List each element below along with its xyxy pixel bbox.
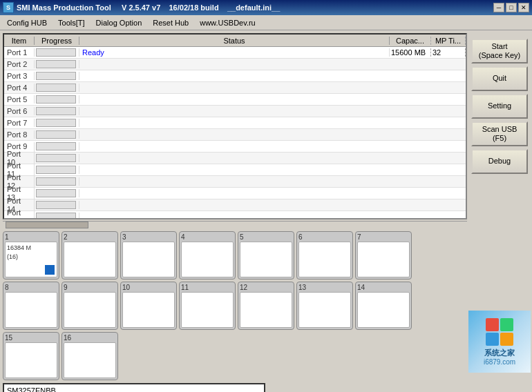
menu-dialog-option[interactable]: Dialog Option [91, 16, 148, 30]
col-capacity: Capac... [390, 37, 431, 45]
td-status: Ready [79, 48, 390, 57]
td-progress [35, 119, 79, 127]
port-card: 13 [296, 282, 353, 330]
td-capacity: 15600 MB [390, 48, 431, 57]
port-card: 14 [355, 282, 412, 330]
main-area: Item Progress Status Capac... MP Ti... P… [0, 30, 532, 392]
port-card: 10 [120, 282, 177, 330]
td-progress [35, 189, 79, 197]
port-card: 12 [238, 282, 294, 330]
debug-button[interactable]: Debug [471, 149, 528, 174]
port-number: 1 [5, 233, 57, 241]
td-item: Port 4 [4, 84, 35, 92]
port-grid: 1 16384 M(16) 2 3 4 5 6 [0, 228, 470, 382]
td-progress [35, 154, 79, 162]
port-number: 15 [5, 334, 57, 342]
scroll-thumb[interactable] [6, 222, 88, 228]
start-button[interactable]: Start(Space Key) [471, 39, 528, 63]
port-inner [357, 242, 410, 277]
port-number: 16 [64, 334, 116, 342]
table-row: Port 6 [4, 106, 466, 117]
logo-quad-bl [486, 333, 499, 346]
port-number: 2 [64, 233, 116, 241]
td-item: Port 6 [4, 107, 35, 115]
table-row: Port 1 Ready 15600 MB 32 [4, 47, 466, 59]
port-number: 14 [357, 284, 410, 291]
scan-usb-button[interactable]: Scan USB(F5) [471, 121, 528, 146]
app-icon: S [3, 2, 14, 13]
left-area: Item Progress Status Capac... MP Ti... P… [0, 30, 470, 392]
port-inner [5, 342, 57, 378]
port-inner [298, 292, 351, 328]
title-bar: S SMI Mass Production Tool V 2.5.47 v7 1… [0, 0, 532, 15]
port-card: 1 16384 M(16) [3, 231, 59, 280]
menu-reset-hub[interactable]: Reset Hub [147, 16, 194, 30]
port-inner [240, 242, 292, 277]
td-item: Port 2 [4, 60, 35, 68]
td-progress [35, 95, 79, 104]
app-title: SMI Mass Production Tool V 2.5.47 v7 16/… [17, 3, 493, 12]
port-inner [64, 242, 116, 277]
col-progress: Progress [35, 37, 79, 45]
port-info: 16384 M(16) [7, 244, 31, 261]
port-card: 2 [61, 231, 118, 280]
menu-tools[interactable]: Tools[T] [53, 16, 91, 30]
port-card: 6 [296, 231, 353, 280]
port-table: Item Progress Status Capac... MP Ti... P… [3, 33, 467, 219]
chip-info-input[interactable] [3, 383, 265, 392]
port-inner [181, 242, 234, 277]
port-inner [298, 242, 351, 277]
port-card: 16 [61, 332, 118, 380]
table-header: Item Progress Status Capac... MP Ti... [4, 35, 466, 47]
port-number: 11 [181, 284, 234, 291]
port-card: 15 [3, 332, 59, 380]
col-status: Status [79, 37, 390, 45]
watermark-site-name: 系统之家 [484, 348, 515, 358]
table-row: Port 7 [4, 117, 466, 129]
menu-www-usbdev[interactable]: www.USBDev.ru [194, 16, 260, 30]
port-card: 5 [238, 231, 294, 280]
port-inner [64, 342, 116, 378]
table-row: Port 13 [4, 188, 466, 199]
logo-quad-tl [486, 318, 499, 331]
setting-button[interactable]: Setting [471, 94, 528, 119]
td-progress [35, 166, 79, 174]
port-inner [5, 292, 57, 328]
port-number: 9 [64, 284, 116, 291]
table-row: Port 5 [4, 94, 466, 106]
td-progress [35, 60, 79, 68]
td-item: Port 15 [4, 208, 35, 218]
table-row: Port 9 [4, 141, 466, 153]
quit-button[interactable]: Quit [471, 66, 528, 91]
port-card: 9 [61, 282, 118, 330]
table-row: Port 2 [4, 59, 466, 70]
minimize-button[interactable]: ─ [493, 3, 504, 12]
td-progress [35, 142, 79, 150]
port-inner [240, 292, 292, 328]
td-progress [35, 177, 79, 186]
port-inner [357, 292, 410, 328]
port-inner [64, 292, 116, 328]
table-row: Port 15 [4, 211, 466, 218]
close-button[interactable]: ✕ [518, 3, 529, 12]
port-inner [122, 292, 175, 328]
td-item: Port 8 [4, 130, 35, 139]
port-number: 4 [181, 233, 234, 241]
menu-config-hub[interactable]: Config HUB [1, 16, 53, 30]
table-body[interactable]: Port 1 Ready 15600 MB 32 Port 2 Port 3 [4, 47, 466, 218]
port-card: 4 [179, 231, 236, 280]
td-item: Port 7 [4, 119, 35, 127]
td-progress [35, 201, 79, 209]
port-card: 7 [355, 231, 412, 280]
td-progress [35, 213, 79, 218]
table-row: Port 12 [4, 176, 466, 188]
table-row: Port 4 [4, 82, 466, 94]
watermark: 系统之家 i6879.com [468, 311, 531, 373]
logo-quad-tr [500, 318, 513, 331]
col-item: Item [4, 37, 35, 45]
td-progress [35, 84, 79, 92]
maximize-button[interactable]: □ [506, 3, 517, 12]
td-mptime: 32 [431, 48, 466, 57]
horizontal-scrollbar[interactable] [3, 221, 467, 228]
port-number: 8 [5, 284, 57, 291]
